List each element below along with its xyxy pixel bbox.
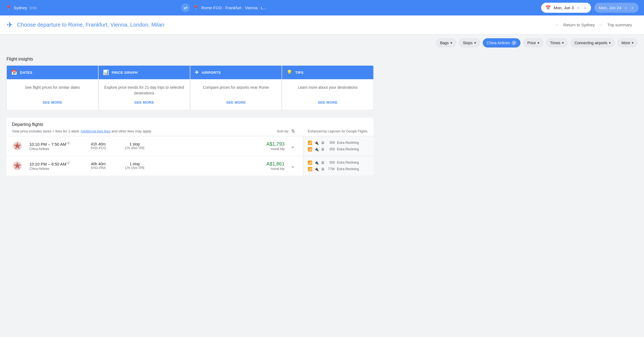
- time-range-text-1: 10:10 PM – 7:50 AM: [29, 142, 66, 147]
- expand-flight-1-button[interactable]: ⌄: [288, 141, 298, 151]
- more-filter[interactable]: More ▾: [617, 39, 637, 47]
- departure-date: Mon, Jun 3: [554, 5, 574, 10]
- sort-icon[interactable]: ⇅: [291, 129, 295, 134]
- amenity-label-1b: Extra Reclining: [337, 147, 359, 151]
- bags-filter-label: Bags: [440, 41, 449, 45]
- location-pin-icon-dest: 📍: [193, 5, 199, 11]
- return-date-section[interactable]: Mon, Jun 24 ‹ ›: [594, 3, 639, 13]
- amenity-num-1a: 359: [327, 141, 335, 145]
- airline-name-1: China Airlines: [29, 147, 78, 151]
- power-icon-2b: 🔌: [314, 167, 318, 171]
- screen-icon-2a: 🖥: [321, 160, 325, 165]
- calendar-icon: 📅: [545, 5, 551, 10]
- dates-insight-title: DATES: [20, 71, 33, 75]
- more-filter-label: More: [621, 41, 630, 45]
- price-filter-arrow: ▾: [538, 41, 539, 45]
- breadcrumb-bar: ✈ Choose departure to Rome, Frankfurt, V…: [0, 15, 644, 34]
- price-graph-see-more-link[interactable]: SEE MORE: [103, 100, 185, 104]
- sort-area: Sort by: ⇅ Enhanced by Legroom for Googl…: [277, 129, 368, 134]
- top-navigation-bar: 📍 Sydney SYD ⇄ 📍 Rome FCO · Frankfurt · …: [0, 0, 644, 15]
- bags-filter-arrow: ▾: [450, 41, 452, 45]
- tips-insight-desc: Learn more about your destinations: [286, 85, 369, 90]
- departing-flights-section: Departing flights Total price includes t…: [7, 118, 374, 176]
- origin-section[interactable]: 📍 Sydney SYD: [5, 5, 178, 11]
- departure-plane-icon: ✈: [7, 20, 13, 29]
- lightbulb-insight-icon: 💡: [286, 69, 293, 75]
- price-filter[interactable]: Price ▾: [523, 39, 543, 47]
- flight-main-1[interactable]: 10:10 PM – 7:50 AM+2 China Airlines 41h …: [7, 136, 303, 156]
- bag-fees-link[interactable]: Additional bag fees: [81, 129, 111, 133]
- departing-flights-subtitle: Total price includes taxes + fees for 1 …: [12, 129, 368, 134]
- price-filter-label: Price: [527, 41, 536, 45]
- subtitle-main: Total price includes taxes + fees for 1 …: [12, 129, 80, 133]
- flight-stops-1: 1 stop 17h 45m TPE: [118, 142, 151, 150]
- enhanced-label: Enhanced by Legroom for Google Flights.: [308, 129, 368, 133]
- dates-see-more-link[interactable]: SEE MORE: [11, 100, 94, 104]
- breadcrumb-step-summary[interactable]: Trip summary: [602, 23, 637, 27]
- departing-flights-header: Departing flights Total price includes t…: [7, 118, 374, 136]
- prev-date-button[interactable]: ‹: [576, 5, 580, 11]
- flight-main-2[interactable]: 10:10 PM – 6:50 AM+2 China Airlines 40h …: [7, 156, 303, 176]
- days-offset-2: +2: [66, 161, 70, 164]
- calendar-insight-icon: 📅: [11, 69, 17, 75]
- route-1: SYD–FCO: [85, 146, 112, 150]
- airports-see-more-link[interactable]: SEE MORE: [195, 100, 277, 104]
- destination-section[interactable]: 📍 Rome FCO · Frankfurt · Vienna · L...: [193, 5, 538, 11]
- times-filter[interactable]: Times ▾: [546, 39, 568, 47]
- plane-insight-icon: ✈: [195, 69, 199, 75]
- stops-filter-label: Stops: [463, 41, 473, 45]
- dates-insight-header: 📅 DATES: [7, 66, 98, 79]
- tips-see-more-link[interactable]: SEE MORE: [286, 100, 369, 104]
- next-return-date-button[interactable]: ›: [630, 5, 634, 11]
- airline-name-2: China Airlines: [29, 167, 78, 171]
- main-content: Flight insights 📅 DATES See flight price…: [0, 51, 380, 181]
- time-range-text-2: 10:10 PM – 6:50 AM: [29, 162, 66, 166]
- amenity-row-2a: 📶 🔌 🖥 359 Extra Reclining: [308, 160, 369, 165]
- insights-section-title: Flight insights: [7, 57, 374, 62]
- connecting-filter-label: Connecting airports: [574, 41, 607, 45]
- next-date-button[interactable]: ›: [583, 5, 587, 11]
- price-graph-insight-title: PRICE GRAPH: [112, 71, 138, 75]
- stops-filter[interactable]: Stops ▾: [459, 39, 480, 47]
- bags-filter[interactable]: Bags ▾: [436, 39, 456, 47]
- price-block-2: A$1,861 round trip: [266, 161, 285, 171]
- tips-insight-card: 💡 TIPS Learn more about your destination…: [282, 66, 373, 110]
- power-icon-1a: 🔌: [314, 141, 318, 145]
- departing-flights-title: Departing flights: [12, 122, 368, 127]
- stops-count-2: 1 stop: [118, 162, 151, 166]
- airline-filter-close[interactable]: ✕: [512, 40, 516, 45]
- china-airlines-logo-svg-2: [12, 161, 22, 171]
- flight-price-area-1: A$1,793 round trip ⌄: [266, 141, 298, 151]
- wifi-icon-2b: 📶: [308, 167, 312, 171]
- amenity-row-2b: 📶 🔌 🖥 77W Extra Reclining: [308, 167, 369, 171]
- screen-icon-2b: 🖥: [321, 167, 325, 171]
- airline-filter[interactable]: China Airlines ✕: [483, 38, 521, 47]
- swap-button[interactable]: ⇄: [181, 4, 190, 12]
- price-type-2: round trip: [266, 167, 285, 171]
- airports-insight-desc: Compare prices for airports near Rome: [195, 85, 277, 90]
- subtitle-text: Total price includes taxes + fees for 1 …: [12, 129, 152, 133]
- breadcrumb-step-return[interactable]: Return to Sydney: [558, 23, 600, 27]
- tips-insight-header: 💡 TIPS: [282, 66, 373, 79]
- sort-by-label: Sort by:: [277, 129, 289, 133]
- china-airlines-logo-svg: [12, 141, 22, 151]
- flight-times-1: 10:10 PM – 7:50 AM+2 China Airlines: [29, 141, 78, 151]
- flight-duration-1: 41h 40m SYD–FCO: [85, 142, 112, 150]
- duration-time-2: 40h 40m: [85, 162, 112, 166]
- expand-flight-2-button[interactable]: ⌄: [288, 161, 298, 171]
- bar-chart-insight-icon: 📊: [103, 69, 109, 75]
- airports-insight-header: ✈ AIRPORTS: [190, 66, 282, 79]
- amenity-label-2b: Extra Reclining: [337, 167, 359, 171]
- departure-date-section[interactable]: 📅 Mon, Jun 3 ‹ ›: [541, 3, 591, 13]
- price-amount-1: A$1,793: [266, 141, 285, 147]
- tips-insight-body: Learn more about your destinations SEE M…: [282, 79, 373, 110]
- dates-insight-card: 📅 DATES See flight prices for similar da…: [7, 66, 98, 110]
- connecting-airports-filter[interactable]: Connecting airports ▾: [570, 39, 615, 47]
- flight-time-range-2: 10:10 PM – 6:50 AM+2: [29, 161, 78, 166]
- flight-times-2: 10:10 PM – 6:50 AM+2 China Airlines: [29, 161, 78, 171]
- prev-return-date-button[interactable]: ‹: [624, 5, 628, 11]
- flight-stops-2: 1 stop 17h 15m TPE: [118, 162, 151, 170]
- stop-detail-2: 17h 15m TPE: [118, 166, 151, 170]
- airline-logo-2: [12, 160, 23, 171]
- more-filter-arrow: ▾: [632, 41, 633, 45]
